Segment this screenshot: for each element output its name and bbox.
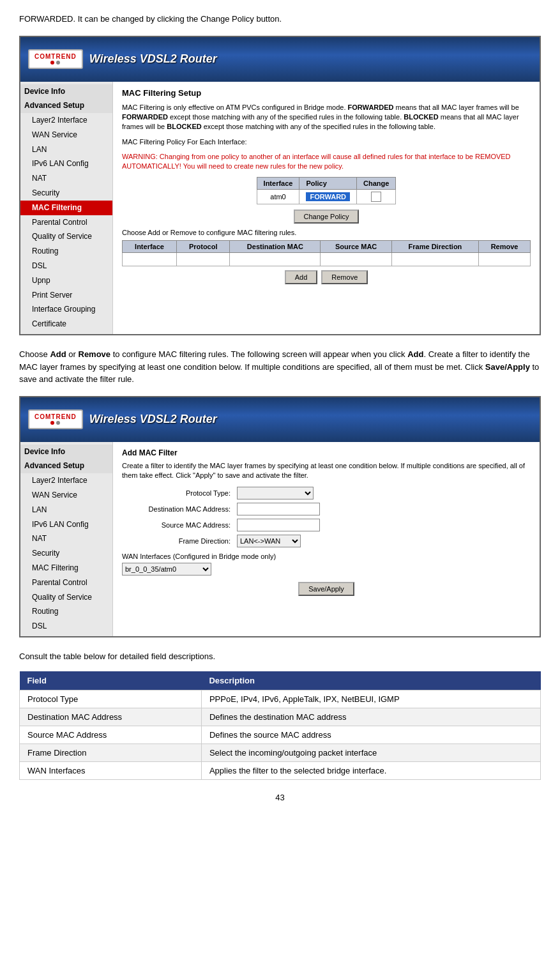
- add-mac-title: Add MAC Filter: [122, 448, 531, 457]
- field-table-header-row: Field Description: [20, 671, 541, 690]
- router-frame-1: COMTREND Wireless VDSL2 Router Device In…: [19, 36, 541, 336]
- field-cell-desc-2: Defines the source MAC address: [201, 726, 540, 744]
- policy-checkbox[interactable]: [371, 192, 381, 202]
- dest-mac-input[interactable]: [237, 503, 320, 515]
- field-cell-field-2: Source MAC Address: [20, 726, 202, 744]
- logo-dot-gray-2: [56, 421, 60, 425]
- rules-th-remove: Remove: [479, 240, 531, 252]
- field-table-row-2: Source MAC AddressDefines the source MAC…: [20, 726, 541, 744]
- add-button-1[interactable]: Add: [285, 270, 318, 284]
- desc3: except those matching with any of the sp…: [170, 113, 402, 121]
- field-cell-field-3: Frame Direction: [20, 744, 202, 762]
- wan-interface-select[interactable]: br_0_0_35/atm0: [122, 563, 211, 576]
- sidebar-item-wan-service-2[interactable]: WAN Service: [20, 488, 112, 503]
- desc-after-forward: means that all MAC layer frames will be: [396, 103, 519, 111]
- router-body-1: Device Info Advanced Setup Layer2 Interf…: [20, 82, 540, 335]
- sidebar-item-ipv6-1[interactable]: IPv6 LAN Config: [20, 156, 112, 171]
- forward-label-2: FORWARDED: [122, 113, 168, 121]
- rules-empty-cell-3: [230, 252, 321, 266]
- wan-section-label: WAN Interfaces (Configured in Bridge mod…: [122, 553, 531, 560]
- protocol-type-select[interactable]: [237, 487, 314, 499]
- sidebar-item-parental-control-1[interactable]: Parental Control: [20, 215, 112, 230]
- sidebar-item-ipv6-2[interactable]: IPv6 LAN Config: [20, 517, 112, 532]
- sidebar-item-layer2-1[interactable]: Layer2 Interface: [20, 113, 112, 128]
- field-table-row-1: Destination MAC AddressDefines the desti…: [20, 708, 541, 726]
- policy-table-wrapper: Interface Policy Change atm0 FORWARD: [122, 177, 531, 204]
- sidebar-item-lan-2[interactable]: LAN: [20, 503, 112, 517]
- sidebar-item-nat-2[interactable]: NAT: [20, 531, 112, 546]
- between-bold-add2: Add: [407, 349, 423, 359]
- field-cell-desc-1: Defines the destination MAC address: [201, 708, 540, 726]
- rules-th-dest-mac: Destination MAC: [230, 240, 321, 252]
- rules-th-protocol: Protocol: [177, 240, 230, 252]
- dest-mac-row: Destination MAC Address:: [122, 503, 531, 515]
- sidebar-item-advanced-setup-1[interactable]: Advanced Setup: [20, 98, 112, 113]
- sidebar-item-security-1[interactable]: Security: [20, 186, 112, 201]
- rules-empty-row: [123, 252, 531, 266]
- policy-th-policy: Policy: [299, 177, 357, 189]
- frame-dir-label: Frame Direction:: [122, 537, 237, 545]
- field-th-description: Description: [201, 671, 540, 690]
- sidebar-item-device-info-1[interactable]: Device Info: [20, 84, 112, 99]
- field-cell-desc-0: PPPoE, IPv4, IPv6, AppleTalk, IPX, NetBE…: [201, 690, 540, 708]
- sidebar-item-parental-control-2[interactable]: Parental Control: [20, 576, 112, 590]
- field-table-row-3: Frame DirectionSelect the incoming/outgo…: [20, 744, 541, 762]
- remove-button-1[interactable]: Remove: [321, 270, 368, 284]
- mac-filter-desc-1: MAC Filtering is only effective on ATM P…: [122, 103, 531, 132]
- sidebar-item-device-info-2[interactable]: Device Info: [20, 445, 112, 459]
- sidebar-item-qos-2[interactable]: Quality of Service: [20, 590, 112, 605]
- field-cell-desc-3: Select the incoming/outgoing packet inte…: [201, 744, 540, 762]
- frame-direction-select[interactable]: LAN<->WAN: [237, 535, 301, 547]
- dest-mac-label: Destination MAC Address:: [122, 505, 237, 513]
- sidebar-item-nat-1[interactable]: NAT: [20, 171, 112, 186]
- sidebar-1: Device Info Advanced Setup Layer2 Interf…: [20, 82, 113, 335]
- router-frame-2: COMTREND Wireless VDSL2 Router Device In…: [19, 396, 541, 637]
- sidebar-item-wan-service-1[interactable]: WAN Service: [20, 128, 112, 142]
- logo-dots-2: [50, 421, 60, 425]
- sidebar-item-lan-1[interactable]: LAN: [20, 142, 112, 157]
- field-table-body: Protocol TypePPPoE, IPv4, IPv6, AppleTal…: [20, 690, 541, 780]
- policy-row-0: atm0 FORWARD: [257, 189, 396, 204]
- policy-td-policy: FORWARD: [299, 189, 357, 204]
- router-logo-box-1: COMTREND: [28, 49, 83, 69]
- sidebar-item-layer2-2[interactable]: Layer2 Interface: [20, 473, 112, 488]
- add-remove-wrap: Add Remove: [122, 270, 531, 284]
- sidebar-item-routing-2[interactable]: Routing: [20, 604, 112, 619]
- blocked-label-2: BLOCKED: [167, 123, 201, 130]
- src-mac-label: Source MAC Address:: [122, 521, 237, 529]
- sidebar-item-qos-1[interactable]: Quality of Service: [20, 229, 112, 244]
- field-cell-desc-4: Applies the filter to the selected bridg…: [201, 762, 540, 780]
- blocked-label-1: BLOCKED: [404, 113, 438, 121]
- change-policy-button[interactable]: Change Policy: [294, 210, 359, 224]
- brand-name-2: COMTREND: [34, 413, 77, 420]
- sidebar-item-mac-filtering-1[interactable]: MAC Filtering: [20, 201, 112, 215]
- sidebar-item-upnp-1[interactable]: Upnp: [20, 273, 112, 288]
- field-th-field: Field: [20, 671, 202, 690]
- sidebar-item-security-2[interactable]: Security: [20, 546, 112, 561]
- src-mac-input[interactable]: [237, 519, 320, 531]
- field-table-row-0: Protocol TypePPPoE, IPv4, IPv6, AppleTal…: [20, 690, 541, 708]
- forward-label-1: FORWARDED: [348, 103, 394, 111]
- rules-table: Interface Protocol Destination MAC Sourc…: [122, 240, 531, 266]
- rules-empty-cell-1: [123, 252, 177, 266]
- brand-name-1: COMTREND: [34, 53, 77, 60]
- sidebar-item-advanced-setup-2[interactable]: Advanced Setup: [20, 459, 112, 473]
- sidebar-item-print-server-1[interactable]: Print Server: [20, 288, 112, 303]
- sidebar-2: Device Info Advanced Setup Layer2 Interf…: [20, 442, 113, 636]
- logo-dot-gray-1: [56, 61, 60, 65]
- sidebar-item-mac-filtering-2[interactable]: MAC Filtering: [20, 561, 112, 576]
- policy-th-interface: Interface: [257, 177, 299, 189]
- frame-dir-row: Frame Direction: LAN<->WAN: [122, 535, 531, 547]
- save-apply-button[interactable]: Save/Apply: [298, 582, 354, 596]
- desc-before-forward: MAC Filtering is only effective on ATM P…: [122, 103, 346, 111]
- sidebar-item-routing-1[interactable]: Routing: [20, 244, 112, 259]
- sidebar-item-dsl-2[interactable]: DSL: [20, 619, 112, 634]
- between-bold-save: Save/Apply: [485, 362, 530, 372]
- sidebar-item-dsl-1[interactable]: DSL: [20, 259, 112, 273]
- router-product-title-2: Wireless VDSL2 Router: [89, 413, 217, 426]
- sidebar-item-certificate-1[interactable]: Certificate: [20, 317, 112, 332]
- policy-td-change[interactable]: [357, 189, 396, 204]
- sidebar-item-interface-grouping-1[interactable]: Interface Grouping: [20, 302, 112, 317]
- choose-text-1: Choose Add or Remove to configure MAC fi…: [122, 229, 531, 236]
- between-text: Choose Add or Remove to configure MAC fi…: [19, 348, 541, 386]
